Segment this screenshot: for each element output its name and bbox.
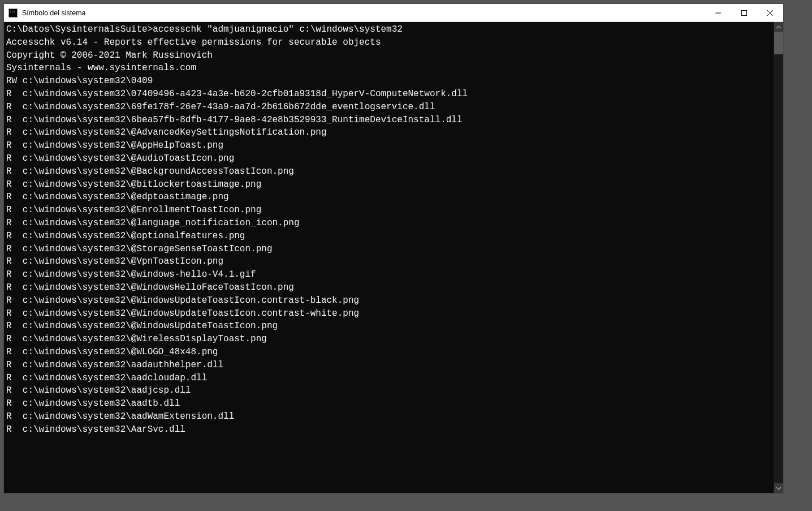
terminal-line: R c:\windows\system32\@WLOGO_48x48.png bbox=[6, 346, 774, 359]
terminal-line: R c:\windows\system32\aadcloudap.dll bbox=[6, 372, 774, 385]
terminal-line: R c:\windows\system32\@WirelessDisplayTo… bbox=[6, 333, 774, 346]
close-button[interactable] bbox=[757, 4, 783, 22]
terminal-line: R c:\windows\system32\69fe178f-26e7-43a9… bbox=[6, 101, 774, 114]
window-controls bbox=[705, 4, 783, 22]
maximize-button[interactable] bbox=[731, 4, 757, 22]
titlebar[interactable]: Símbolo del sistema bbox=[4, 4, 783, 22]
terminal-line: R c:\windows\system32\@StorageSenseToast… bbox=[6, 243, 774, 256]
terminal-line: R c:\windows\system32\@language_notifica… bbox=[6, 217, 774, 230]
vertical-scrollbar[interactable] bbox=[774, 22, 783, 493]
terminal-output[interactable]: C:\Datos\SysinternalsSuite>accesschk "ad… bbox=[4, 22, 774, 493]
terminal-line: R c:\windows\system32\@WindowsUpdateToas… bbox=[6, 294, 774, 307]
terminal-line: C:\Datos\SysinternalsSuite>accesschk "ad… bbox=[6, 23, 774, 36]
terminal-line: R c:\windows\system32\@AppHelpToast.png bbox=[6, 139, 774, 152]
terminal-line: R c:\windows\system32\07409496-a423-4a3e… bbox=[6, 88, 774, 101]
terminal-area: C:\Datos\SysinternalsSuite>accesschk "ad… bbox=[4, 22, 783, 493]
terminal-line: R c:\windows\system32\AarSvc.dll bbox=[6, 423, 774, 436]
scroll-up-button[interactable] bbox=[774, 22, 783, 32]
terminal-line: R c:\windows\system32\aadauthhelper.dll bbox=[6, 359, 774, 372]
minimize-button[interactable] bbox=[705, 4, 731, 22]
terminal-line: R c:\windows\system32\@VpnToastIcon.png bbox=[6, 255, 774, 268]
svg-rect-0 bbox=[742, 10, 747, 15]
terminal-line: Copyright © 2006-2021 Mark Russinovich bbox=[6, 49, 774, 62]
scrollbar-thumb[interactable] bbox=[774, 32, 783, 54]
terminal-line: R c:\windows\system32\@WindowsHelloFaceT… bbox=[6, 281, 774, 294]
scrollbar-track[interactable] bbox=[774, 32, 783, 483]
terminal-line: R c:\windows\system32\@BackgroundAccessT… bbox=[6, 165, 774, 178]
terminal-line: R c:\windows\system32\aadtb.dll bbox=[6, 397, 774, 410]
terminal-line: R c:\windows\system32\@AudioToastIcon.pn… bbox=[6, 152, 774, 165]
terminal-line: R c:\windows\system32\@edptoastimage.png bbox=[6, 191, 774, 204]
terminal-line: R c:\windows\system32\6bea57fb-8dfb-4177… bbox=[6, 114, 774, 127]
cmd-icon bbox=[8, 8, 18, 18]
terminal-line: RW c:\windows\system32\0409 bbox=[6, 75, 774, 88]
terminal-line: R c:\windows\system32\@bitlockertoastima… bbox=[6, 178, 774, 191]
window-title: Símbolo del sistema bbox=[22, 9, 705, 17]
scroll-down-button[interactable] bbox=[774, 483, 783, 493]
terminal-line: R c:\windows\system32\@windows-hello-V4.… bbox=[6, 268, 774, 281]
terminal-line: R c:\windows\system32\@WindowsUpdateToas… bbox=[6, 320, 774, 333]
terminal-line: R c:\windows\system32\@EnrollmentToastIc… bbox=[6, 204, 774, 217]
terminal-line: R c:\windows\system32\@optionalfeatures.… bbox=[6, 230, 774, 243]
terminal-line: R c:\windows\system32\aadjcsp.dll bbox=[6, 384, 774, 397]
terminal-line: Accesschk v6.14 - Reports effective perm… bbox=[6, 36, 774, 49]
terminal-line: R c:\windows\system32\aadWamExtension.dl… bbox=[6, 410, 774, 423]
command-prompt-window: Símbolo del sistema C:\Datos\Sysinternal… bbox=[3, 3, 784, 493]
terminal-line: R c:\windows\system32\@AdvancedKeySettin… bbox=[6, 126, 774, 139]
terminal-line: Sysinternals - www.sysinternals.com bbox=[6, 62, 774, 75]
terminal-line: R c:\windows\system32\@WindowsUpdateToas… bbox=[6, 307, 774, 320]
